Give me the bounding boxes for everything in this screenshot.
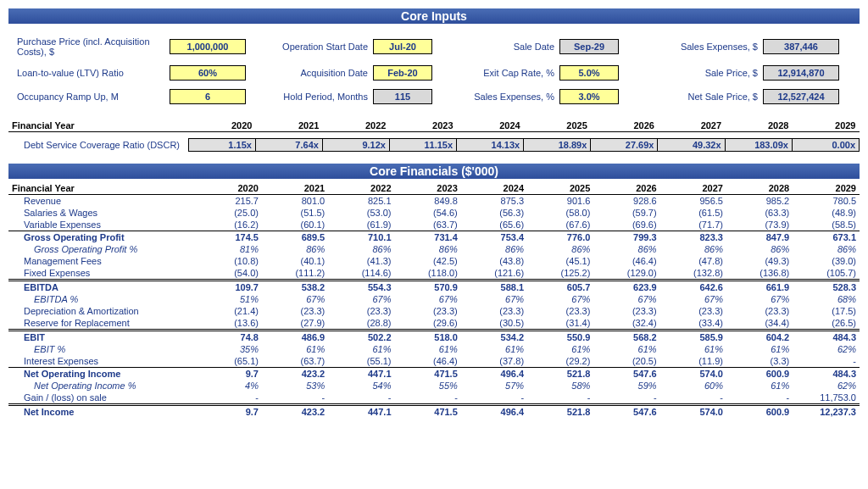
sale-price-label: Sale Price, $ — [653, 68, 763, 78]
fin-row-label: Depreciation & Amortization — [8, 305, 196, 317]
fin-cell: (125.2) — [527, 267, 593, 281]
fin-cell: (23.3) — [395, 305, 461, 317]
fin-cell: (67.6) — [527, 219, 593, 231]
fin-cell: 61% — [461, 343, 527, 355]
acq-date-input[interactable]: Feb-20 — [373, 65, 432, 81]
fin-cell: (33.4) — [660, 317, 726, 331]
exit-cap-input[interactable]: 5.0% — [559, 65, 619, 81]
fin-cell: 54% — [328, 380, 394, 392]
year-cell: 2023 — [395, 182, 461, 195]
fin-cell: (118.0) — [395, 267, 461, 281]
dscr-value: 9.12x — [322, 139, 389, 152]
fin-cell: 53% — [262, 380, 328, 392]
fin-row-label: Salaries & Wages — [8, 207, 196, 219]
fin-cell: (61.5) — [660, 207, 726, 219]
fin-cell: 59% — [593, 380, 659, 392]
year-cell: 2020 — [196, 182, 262, 195]
fin-cell: 62% — [793, 343, 860, 355]
fin-cell: (55.1) — [328, 355, 394, 368]
fin-cell: (41.3) — [328, 255, 394, 267]
fin-row-label: EBIT % — [8, 343, 196, 355]
purchase-price-input[interactable]: 1,000,000 — [170, 39, 246, 54]
year-cell: 2027 — [660, 182, 726, 195]
fin-cell: 518.0 — [395, 331, 461, 344]
fin-row-var-exp: Variable Expenses(16.2)(60.1)(61.9)(63.7… — [8, 219, 860, 231]
sales-exp-pct-label: Sales Expenses, % — [466, 92, 559, 102]
fin-cell: (21.4) — [196, 305, 262, 317]
year-cell: 2024 — [457, 119, 524, 132]
fin-cell: 673.1 — [793, 231, 860, 244]
fin-cell: - — [527, 392, 593, 405]
fin-cell: - — [395, 392, 461, 405]
fin-cell: (121.6) — [461, 267, 527, 281]
fin-cell: 689.5 — [262, 231, 328, 244]
fin-cell: (111.2) — [262, 267, 328, 281]
fin-cell: 67% — [328, 293, 394, 305]
dscr-value: 18.89x — [524, 139, 591, 152]
fin-cell: (17.5) — [793, 305, 860, 317]
fin-cell: (114.6) — [328, 267, 394, 281]
year-cell: 2029 — [792, 119, 859, 132]
fin-cell: 215.7 — [196, 195, 262, 208]
fin-cell: 86% — [793, 243, 860, 255]
fin-cell: (63.7) — [262, 355, 328, 368]
fin-cell: (71.7) — [660, 219, 726, 231]
fin-cell: 86% — [461, 243, 527, 255]
fin-cell: 74.8 — [196, 331, 262, 344]
fin-row-label: Net Operating Income — [8, 368, 196, 381]
fin-cell: (47.8) — [660, 255, 726, 267]
fin-cell: 9.7 — [196, 368, 262, 381]
fin-cell: - — [660, 392, 726, 405]
year-cell: 2028 — [726, 182, 793, 195]
ramp-input[interactable]: 6 — [170, 89, 246, 104]
fin-cell: 12,237.3 — [793, 405, 860, 419]
fin-row-label: EBITDA % — [8, 293, 196, 305]
purchase-price-label: Purchase Price (incl. Acquisition Costs)… — [17, 36, 170, 57]
fin-cell: 67% — [262, 293, 328, 305]
fin-cell: 67% — [593, 293, 659, 305]
dscr-value: 27.69x — [591, 139, 658, 152]
fin-cell: (45.1) — [527, 255, 593, 267]
fin-cell: (16.2) — [196, 219, 262, 231]
fin-cell: (39.0) — [793, 255, 860, 267]
year-cell: 2026 — [593, 182, 659, 195]
fin-cell: 9.7 — [196, 405, 262, 419]
fin-cell: 67% — [527, 293, 593, 305]
fin-row-label: EBIT — [8, 331, 196, 344]
year-cell: 2025 — [527, 182, 593, 195]
fin-cell: 847.9 — [726, 231, 793, 244]
hold-label: Hold Period, Months — [280, 92, 373, 102]
fin-cell: (27.9) — [262, 317, 328, 331]
fin-cell: 423.2 — [262, 368, 328, 381]
fin-cell: 60% — [660, 380, 726, 392]
fin-cell: (69.6) — [593, 219, 659, 231]
fin-row-ebitda: EBITDA109.7538.2554.3570.9588.1605.7623.… — [8, 281, 860, 294]
fin-cell: 600.9 — [726, 368, 793, 381]
fin-cell: 68% — [793, 293, 860, 305]
year-cell: 2028 — [725, 119, 792, 132]
fin-row-noi: Net Operating Income9.7423.2447.1471.549… — [8, 368, 860, 381]
fin-cell: 51% — [196, 293, 262, 305]
fin-cell: - — [593, 392, 659, 405]
fin-cell: (61.9) — [328, 219, 394, 231]
dscr-label: Debt Service Coverage Ratio (DSCR) — [8, 139, 188, 152]
fin-row-reserve: Reserve for Replacement(13.6)(27.9)(28.8… — [8, 317, 860, 331]
sale-date-label: Sale Date — [466, 42, 559, 52]
ltv-input[interactable]: 60% — [170, 65, 246, 81]
fin-row-label: Management Fees — [8, 255, 196, 267]
fin-cell: (59.7) — [593, 207, 659, 219]
fin-cell: (23.3) — [660, 305, 726, 317]
fin-cell: 521.8 — [527, 405, 593, 419]
sales-exp-pct-input[interactable]: 3.0% — [559, 89, 619, 104]
fin-cell: (63.3) — [726, 207, 793, 219]
fin-cell: 547.6 — [593, 368, 659, 381]
fin-cell: 174.5 — [196, 231, 262, 244]
fin-cell: 4% — [196, 380, 262, 392]
dscr-value: 1.15x — [188, 139, 255, 152]
fin-cell: 604.2 — [726, 331, 793, 344]
sale-date-value: Sep-29 — [559, 39, 619, 54]
op-start-input[interactable]: Jul-20 — [373, 39, 432, 54]
fin-cell: 623.9 — [593, 281, 659, 294]
year-cell: 2021 — [262, 182, 328, 195]
fin-cell: (54.6) — [395, 207, 461, 219]
